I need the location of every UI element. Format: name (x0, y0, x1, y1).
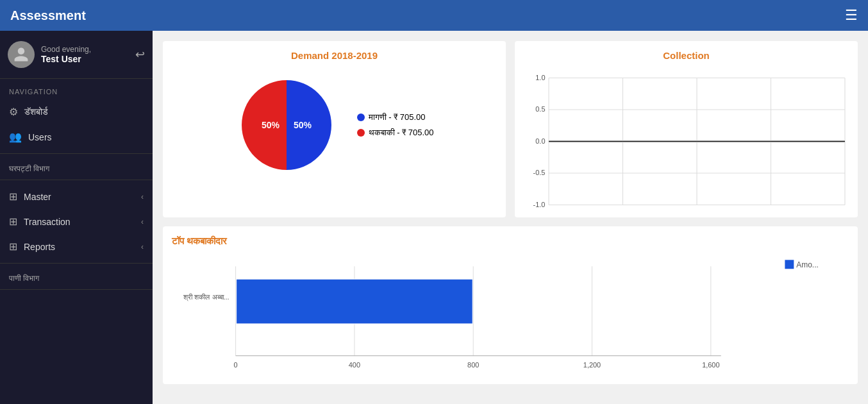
chevron-right-icon-transaction: ‹ (141, 217, 144, 226)
top-defaulters-card: टॉप थकबाकीदार Amo... श्री शकील अब्बा... (163, 226, 858, 384)
svg-text:1,200: 1,200 (583, 361, 601, 369)
top-defaulters-title: टॉप थकबाकीदार (172, 235, 849, 247)
svg-rect-30 (237, 279, 473, 324)
sidebar-item-reports[interactable]: ⊞ Reports ‹ (0, 234, 153, 259)
demand-pie-chart: 50% 50% (235, 74, 338, 176)
grid-icon-reports: ⊞ (9, 240, 17, 253)
svg-text:0: 0 (234, 361, 238, 369)
user-avatar-icon (13, 46, 29, 63)
svg-text:50%: 50% (294, 120, 312, 130)
svg-text:-1.0: -1.0 (533, 201, 546, 208)
svg-text:0.0: 0.0 (535, 137, 545, 145)
logout-icon[interactable]: ↩ (135, 47, 145, 62)
legend-dot-outstanding (357, 129, 365, 137)
sidebar-item-master[interactable]: ⊞ Master ‹ (0, 184, 153, 209)
svg-rect-22 (785, 260, 794, 269)
sidebar-master-label: Master (24, 192, 135, 202)
collection-card: Collection 1.0 0.5 0.0 -0.5 -1.0 (515, 41, 858, 217)
svg-text:0.5: 0.5 (535, 105, 545, 113)
demand-card: Demand 2018-2019 50% 50% मा (163, 41, 506, 217)
legend-label-demand: मागणी - ₹ 705.00 (369, 112, 426, 122)
bar-chart-container: Amo... श्री शकील अब्बा... 0 400 800 (172, 253, 849, 375)
user-section: Good evening, Test User ↩ (0, 31, 153, 79)
svg-text:Amo...: Amo... (796, 260, 819, 269)
svg-text:1,600: 1,600 (702, 361, 719, 369)
user-info: Good evening, Test User (41, 45, 135, 64)
sidebar-reports-label: Reports (24, 242, 135, 252)
legend-item-demand: मागणी - ₹ 705.00 (357, 112, 434, 122)
nav-divider-3 (0, 263, 153, 264)
pani-section-label: पाणी विभाग (0, 267, 153, 285)
svg-text:800: 800 (467, 361, 479, 369)
chevron-right-icon-reports: ‹ (141, 242, 144, 251)
svg-text:1.0: 1.0 (535, 74, 545, 81)
legend-item-outstanding: थकबाकी - ₹ 705.00 (357, 128, 434, 138)
pie-container: 50% 50% मागणी - ₹ 705.00 थकबाकी - ₹ 705.… (172, 67, 497, 176)
grid-icon-master: ⊞ (9, 190, 17, 203)
gharpatty-section-label: घरपट्टी विभाग (0, 158, 153, 176)
sidebar-transaction-label: Transaction (24, 217, 135, 227)
app-title: Assessment (10, 8, 86, 23)
grid-icon-transaction: ⊞ (9, 215, 17, 228)
sidebar-dashboard-label: डॅशबोर्ड (24, 106, 144, 117)
legend-dot-demand (357, 114, 365, 121)
sidebar-item-users[interactable]: 👥 Users (0, 124, 153, 149)
svg-text:श्री शकील अब्बा...: श्री शकील अब्बा... (183, 293, 229, 301)
sidebar-item-dashboard[interactable]: ⚙ डॅशबोर्ड (0, 99, 153, 124)
app-header: Assessment ☰ (0, 0, 868, 31)
svg-text:50%: 50% (262, 120, 280, 130)
sidebar: Good evening, Test User ↩ NAVIGATION ⚙ ड… (0, 31, 153, 404)
hamburger-icon[interactable]: ☰ (845, 7, 858, 24)
nav-divider-4 (0, 289, 153, 290)
svg-text:400: 400 (349, 361, 360, 369)
nav-divider-2 (0, 180, 153, 180)
demand-chart-title: Demand 2018-2019 (172, 50, 497, 61)
svg-text:-0.5: -0.5 (533, 169, 546, 176)
chevron-right-icon-master: ‹ (141, 192, 144, 201)
user-greeting: Good evening, (41, 45, 135, 54)
user-name: Test User (41, 54, 135, 64)
users-icon: 👥 (9, 131, 22, 143)
sidebar-users-label: Users (28, 132, 144, 142)
collection-chart-title: Collection (524, 50, 849, 61)
avatar (8, 41, 35, 68)
legend-label-outstanding: थकबाकी - ₹ 705.00 (369, 128, 434, 138)
main-content: Demand 2018-2019 50% 50% मा (153, 31, 868, 404)
nav-section-label: NAVIGATION (0, 79, 153, 99)
gear-icon: ⚙ (9, 106, 18, 118)
sidebar-item-transaction[interactable]: ⊞ Transaction ‹ (0, 209, 153, 234)
collection-chart-container: 1.0 0.5 0.0 -0.5 -1.0 (524, 67, 849, 208)
collection-line-chart: 1.0 0.5 0.0 -0.5 -1.0 (524, 67, 849, 208)
top-row: Demand 2018-2019 50% 50% मा (163, 41, 858, 217)
demand-legend: मागणी - ₹ 705.00 थकबाकी - ₹ 705.00 (357, 112, 434, 138)
top-defaulters-bar-chart: Amo... श्री शकील अब्बा... 0 400 800 (172, 253, 849, 375)
nav-divider-1 (0, 153, 153, 154)
